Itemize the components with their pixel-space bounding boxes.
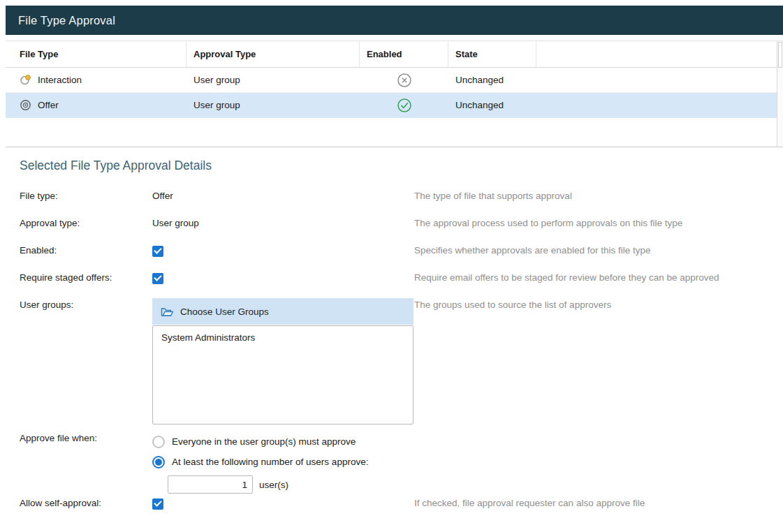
choose-user-groups-button[interactable]: Choose User Groups bbox=[152, 298, 414, 325]
state-cell: Unchanged bbox=[448, 75, 536, 85]
radio-label: Everyone in the user group(s) must appro… bbox=[172, 436, 356, 447]
user-group-list-item[interactable]: System Administrators bbox=[153, 326, 413, 349]
table-row-offer[interactable]: Offer User group Unchanged bbox=[6, 93, 783, 118]
offer-icon bbox=[20, 99, 31, 111]
column-header-approval-type[interactable]: Approval Type bbox=[186, 41, 360, 67]
interaction-icon bbox=[20, 74, 31, 86]
file-type-label: Offer bbox=[38, 100, 59, 110]
page-header: File Type Approval bbox=[6, 6, 783, 35]
file-type-cell: Interaction bbox=[6, 74, 186, 86]
field-row-enabled: Enabled: Specifies whether approvals are… bbox=[20, 244, 783, 271]
file-type-table: File Type Approval Type Enabled State In… bbox=[6, 40, 783, 147]
details-section: Selected File Type Approval Details File… bbox=[20, 158, 783, 524]
field-row-require-staged-offers: Require staged offers: Require email off… bbox=[20, 271, 783, 298]
radio-option-everyone[interactable]: Everyone in the user group(s) must appro… bbox=[152, 431, 414, 452]
field-label: Enabled: bbox=[20, 244, 152, 256]
file-type-label: Interaction bbox=[38, 75, 82, 85]
enabled-circle-check-icon bbox=[397, 98, 412, 113]
radio-button-unselected[interactable] bbox=[152, 436, 165, 448]
table-row-interaction[interactable]: Interaction User group Unchanged bbox=[6, 68, 783, 93]
state-cell: Unchanged bbox=[448, 100, 536, 110]
radio-label: At least the following number of users a… bbox=[172, 457, 368, 467]
field-label: User groups: bbox=[20, 298, 152, 310]
file-type-cell: Offer bbox=[6, 99, 186, 111]
radio-option-at-least-n[interactable]: At least the following number of users a… bbox=[152, 452, 414, 472]
approval-type-cell: User group bbox=[186, 100, 360, 110]
scrollbar-thumb[interactable] bbox=[778, 42, 782, 68]
column-header-enabled[interactable]: Enabled bbox=[360, 41, 448, 67]
allow-self-approval-checkbox[interactable] bbox=[152, 498, 163, 510]
field-help: Require email offers to be staged for re… bbox=[414, 271, 783, 283]
user-groups-listbox[interactable]: System Administrators bbox=[152, 325, 414, 424]
radio-button-selected[interactable] bbox=[152, 456, 165, 468]
require-staged-offers-checkbox[interactable] bbox=[152, 273, 163, 284]
field-label: File type: bbox=[20, 189, 152, 201]
field-help: Specifies whether approvals are enabled … bbox=[414, 244, 783, 256]
section-title: Selected File Type Approval Details bbox=[20, 158, 783, 173]
open-folder-icon bbox=[161, 306, 174, 317]
table-empty-area bbox=[6, 118, 783, 147]
field-label: Require staged offers: bbox=[20, 271, 152, 283]
approver-count-row: user(s) bbox=[168, 475, 414, 494]
choose-user-groups-label: Choose User Groups bbox=[180, 306, 269, 317]
file-type-value: Offer bbox=[152, 189, 414, 201]
field-row-approval-type: Approval type: User group The approval p… bbox=[20, 216, 783, 244]
field-help: The groups used to source the list of ap… bbox=[414, 298, 783, 310]
field-help: The approval process used to perform app… bbox=[414, 216, 783, 228]
field-label: Approve file when: bbox=[20, 431, 152, 443]
field-row-allow-self-approval: Allow self-approval: If checked, file ap… bbox=[20, 496, 783, 524]
approver-count-input[interactable] bbox=[168, 475, 253, 494]
field-row-file-type: File type: Offer The type of file that s… bbox=[20, 189, 783, 216]
approver-count-suffix: user(s) bbox=[259, 480, 288, 490]
column-header-file-type[interactable]: File Type bbox=[6, 41, 186, 67]
column-header-state[interactable]: State bbox=[448, 41, 536, 67]
enabled-cell bbox=[360, 98, 448, 113]
field-help: The type of file that supports approval bbox=[414, 189, 783, 201]
page-title: File Type Approval bbox=[18, 14, 115, 27]
approval-type-cell: User group bbox=[186, 75, 360, 85]
enabled-checkbox[interactable] bbox=[152, 246, 163, 257]
disabled-circle-x-icon bbox=[397, 73, 412, 88]
column-header-spacer bbox=[536, 41, 783, 67]
enabled-cell bbox=[360, 73, 448, 88]
field-label: Approval type: bbox=[20, 216, 152, 228]
field-label: Allow self-approval: bbox=[20, 496, 152, 508]
field-row-user-groups: User groups: Choose User Groups System A… bbox=[20, 298, 783, 424]
field-row-approve-file-when: Approve file when: Everyone in the user … bbox=[20, 431, 783, 494]
table-header-row: File Type Approval Type Enabled State bbox=[6, 41, 783, 68]
table-scrollbar[interactable] bbox=[777, 41, 783, 147]
field-help: If checked, file approval requester can … bbox=[414, 496, 783, 508]
approval-type-value: User group bbox=[152, 216, 414, 228]
